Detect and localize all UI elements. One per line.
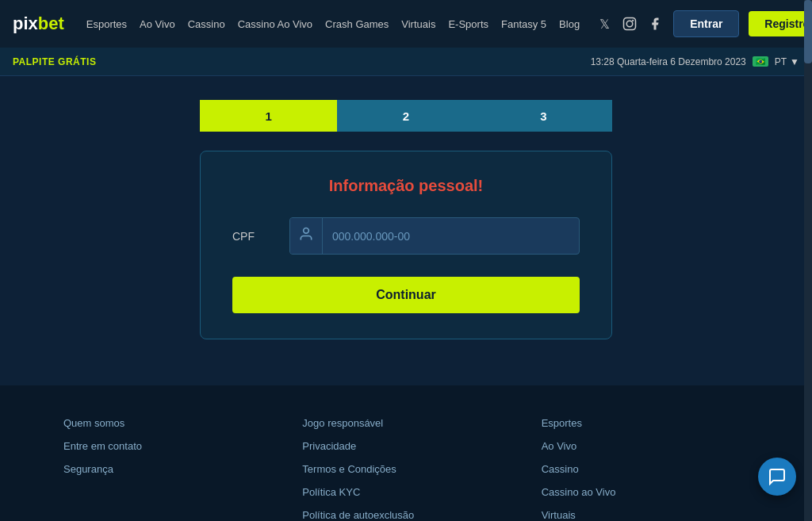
footer-col-2: Jogo responsável Privacidade Termos e Co… — [302, 417, 509, 521]
nav-blog[interactable]: Blog — [559, 18, 580, 30]
nav-e-sports[interactable]: E-Sports — [448, 18, 488, 30]
instagram-icon[interactable] — [621, 15, 638, 33]
twitter-icon[interactable]: 𝕏 — [596, 15, 613, 33]
footer: Quem somos Entre em contato Segurança Jo… — [0, 385, 812, 521]
step-2[interactable]: 2 — [337, 100, 474, 132]
top-bar-right: 13:28 Quarta-feira 6 Dezembro 2023 🇧🇷 PT… — [591, 56, 799, 67]
footer-link-ao-vivo[interactable]: Ao Vivo — [542, 440, 749, 452]
lang-text: PT — [775, 56, 787, 67]
form-title: Informação pessoal! — [232, 177, 580, 195]
nav-esportes[interactable]: Esportes — [86, 18, 127, 30]
cpf-row: CPF — [232, 217, 580, 255]
user-icon — [290, 218, 323, 254]
svg-point-2 — [632, 20, 634, 21]
step-3[interactable]: 3 — [475, 100, 612, 132]
form-card: Informação pessoal! CPF Continuar — [200, 151, 612, 339]
nav-right: 𝕏 Entrar Registro — [596, 10, 812, 37]
cpf-input-wrapper — [289, 217, 580, 255]
footer-link-autoexclusao[interactable]: Política de autoexclusão — [302, 509, 509, 521]
step-1[interactable]: 1 — [200, 100, 337, 132]
footer-link-termos[interactable]: Termos e Condições — [302, 463, 509, 475]
footer-col-1: Quem somos Entre em contato Segurança — [63, 417, 270, 521]
footer-link-contato[interactable]: Entre em contato — [63, 440, 270, 452]
logo[interactable]: pixbet — [13, 13, 64, 34]
nav-fantasy-5[interactable]: Fantasy 5 — [501, 18, 546, 30]
footer-link-seguranca[interactable]: Segurança — [63, 463, 270, 475]
continuar-button[interactable]: Continuar — [232, 277, 580, 313]
flag-icon: 🇧🇷 — [753, 56, 768, 67]
palpite-gratis-label: PALPITE GRÁTIS — [13, 56, 96, 67]
registro-button[interactable]: Registro — [749, 11, 812, 36]
logo-bet-text: bet — [38, 13, 64, 34]
nav-cassino-ao-vivo[interactable]: Cassino Ao Vivo — [238, 18, 312, 30]
footer-link-cassino[interactable]: Cassino — [542, 463, 749, 475]
datetime-text: 13:28 Quarta-feira 6 Dezembro 2023 — [591, 56, 746, 67]
cpf-input[interactable] — [323, 222, 579, 251]
scrollbar-thumb[interactable] — [804, 0, 812, 63]
nav-links: Esportes Ao Vivo Cassino Cassino Ao Vivo… — [86, 18, 580, 30]
logo-pix-text: pix — [13, 13, 38, 34]
main-content: 1 2 3 Informação pessoal! CPF Continuar — [0, 76, 812, 385]
footer-link-jogo-responsavel[interactable]: Jogo responsável — [302, 417, 509, 429]
nav-ao-vivo[interactable]: Ao Vivo — [140, 18, 175, 30]
lang-selector[interactable]: PT ▼ — [775, 56, 799, 67]
chevron-down-icon: ▼ — [790, 56, 799, 67]
navbar: pixbet Esportes Ao Vivo Cassino Cassino … — [0, 0, 812, 48]
nav-crash-games[interactable]: Crash Games — [325, 18, 389, 30]
footer-link-kyc[interactable]: Política KYC — [302, 486, 509, 498]
entrar-button[interactable]: Entrar — [673, 10, 739, 37]
footer-link-esportes[interactable]: Esportes — [542, 417, 749, 429]
footer-col-3: Esportes Ao Vivo Cassino Cassino ao Vivo… — [542, 417, 749, 521]
chat-button[interactable] — [758, 458, 796, 496]
nav-virtuais[interactable]: Virtuais — [401, 18, 435, 30]
social-icons: 𝕏 — [596, 15, 664, 33]
svg-point-1 — [626, 21, 633, 27]
footer-link-cassino-ao-vivo[interactable]: Cassino ao Vivo — [542, 486, 749, 498]
facebook-icon[interactable] — [646, 15, 664, 33]
svg-point-3 — [304, 228, 309, 234]
scrollbar-track[interactable] — [804, 0, 812, 521]
footer-link-virtuais[interactable]: Virtuais — [542, 509, 749, 521]
steps-container: 1 2 3 — [200, 100, 612, 132]
footer-link-privacidade[interactable]: Privacidade — [302, 440, 509, 452]
top-bar: PALPITE GRÁTIS 13:28 Quarta-feira 6 Deze… — [0, 48, 812, 76]
footer-link-quem-somos[interactable]: Quem somos — [63, 417, 270, 429]
nav-cassino[interactable]: Cassino — [188, 18, 225, 30]
form-title-dot: ! — [478, 177, 484, 194]
cpf-label: CPF — [232, 230, 280, 243]
svg-rect-0 — [624, 18, 636, 30]
